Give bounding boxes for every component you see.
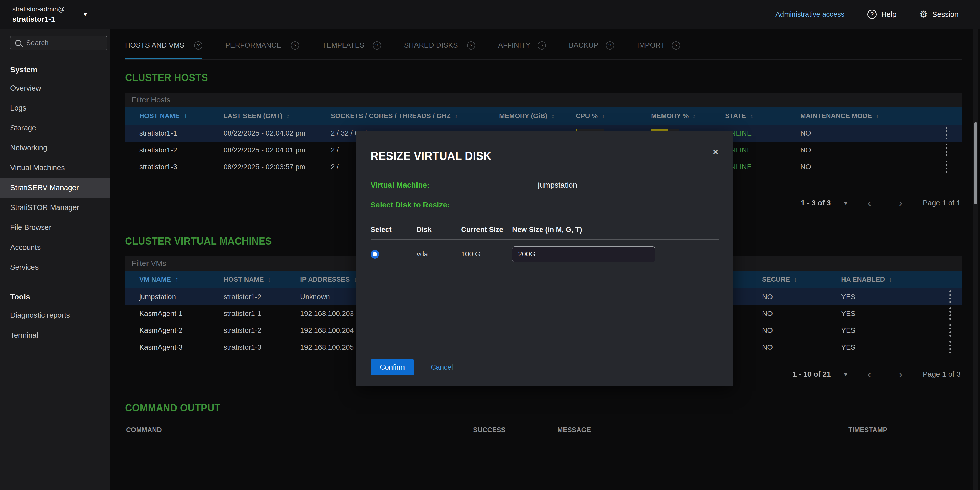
sidebar-item-stratiserv-manager[interactable]: StratiSERV Manager bbox=[0, 178, 110, 197]
column-new-size: New Size (in M, G, T) bbox=[512, 226, 719, 234]
page-size-dropdown-icon[interactable]: ▾ bbox=[844, 200, 847, 207]
kebab-menu-icon[interactable] bbox=[944, 125, 949, 141]
previous-page-icon[interactable]: ‹ bbox=[861, 369, 878, 380]
vertical-scrollbar[interactable] bbox=[974, 29, 978, 490]
disk-current-size: 100 G bbox=[461, 250, 512, 258]
sidebar-section-tools: Tools bbox=[10, 293, 110, 301]
sort-icon: ↕ bbox=[286, 113, 290, 120]
new-size-input[interactable] bbox=[512, 246, 655, 262]
session-label: Session bbox=[932, 10, 959, 19]
tab-hosts-and-vms[interactable]: HOSTS AND VMS ? bbox=[125, 41, 202, 59]
search-icon bbox=[15, 40, 21, 46]
sidebar-search[interactable] bbox=[10, 36, 107, 50]
sidebar-item-virtual-machines[interactable]: Virtual Machines bbox=[0, 158, 110, 178]
close-icon[interactable]: ✕ bbox=[712, 148, 719, 156]
command-output-title: COMMAND OUTPUT bbox=[125, 402, 878, 414]
sort-icon: ↕ bbox=[268, 276, 271, 283]
dialog-title: RESIZE VIRTUAL DISK bbox=[371, 149, 694, 163]
vm-secure: NO bbox=[762, 326, 841, 334]
sidebar-item-services[interactable]: Services bbox=[0, 257, 110, 277]
column-maintenance-mode[interactable]: MAINTENANCE MODE↕ bbox=[800, 112, 931, 120]
column-last-seen[interactable]: LAST SEEN (GMT)↕ bbox=[224, 112, 331, 120]
help-menu[interactable]: ? Help bbox=[867, 10, 897, 19]
scrollbar-thumb[interactable] bbox=[974, 123, 977, 204]
tab-import[interactable]: IMPORT ? bbox=[637, 41, 680, 59]
tab-shared-disks[interactable]: SHARED DISKS ? bbox=[404, 41, 475, 59]
cluster-hosts-title: CLUSTER HOSTS bbox=[125, 72, 878, 84]
sidebar-item-logs[interactable]: Logs bbox=[0, 98, 110, 118]
column-message: MESSAGE bbox=[557, 426, 848, 434]
kebab-menu-icon[interactable] bbox=[944, 159, 949, 175]
tab-help-icon[interactable]: ? bbox=[467, 41, 475, 49]
sort-icon: ↕ bbox=[602, 113, 605, 120]
tab-backup[interactable]: BACKUP ? bbox=[569, 41, 614, 59]
confirm-button[interactable]: Confirm bbox=[371, 360, 414, 375]
vm-ha: YES bbox=[841, 326, 938, 334]
column-memory-gib[interactable]: MEMORY (GiB)↕ bbox=[499, 112, 576, 120]
virtual-machine-label: Virtual Machine: bbox=[371, 181, 538, 189]
kebab-menu-icon[interactable] bbox=[948, 339, 953, 355]
column-ha-enabled[interactable]: HA ENABLED↕ bbox=[841, 275, 938, 283]
tab-help-icon[interactable]: ? bbox=[373, 41, 381, 49]
column-sockets[interactable]: SOCKETS / CORES / THREADS / GHZ↕ bbox=[331, 112, 499, 120]
maintenance-mode: NO bbox=[800, 163, 931, 171]
tab-help-icon[interactable]: ? bbox=[538, 41, 546, 49]
sidebar-item-stratistor-manager[interactable]: StratiSTOR Manager bbox=[0, 197, 110, 218]
tab-templates[interactable]: TEMPLATES ? bbox=[322, 41, 381, 59]
user-menu[interactable]: stratistor-admin@ stratistor1-1 ▼ bbox=[12, 5, 88, 24]
disk-name: vda bbox=[417, 250, 461, 258]
tab-help-icon[interactable]: ? bbox=[606, 41, 614, 49]
previous-page-icon[interactable]: ‹ bbox=[861, 198, 878, 208]
tab-help-icon[interactable]: ? bbox=[672, 41, 680, 49]
kebab-menu-icon[interactable] bbox=[948, 289, 953, 304]
sidebar-item-diagnostic-reports[interactable]: Diagnostic reports bbox=[0, 305, 110, 325]
kebab-menu-icon[interactable] bbox=[948, 306, 953, 321]
tab-help-icon[interactable]: ? bbox=[194, 41, 202, 49]
next-page-icon[interactable]: › bbox=[892, 369, 910, 380]
column-vm-name[interactable]: VM NAME↑ bbox=[139, 275, 224, 283]
kebab-menu-icon[interactable] bbox=[944, 142, 949, 158]
sidebar-item-file-browser[interactable]: File Browser bbox=[0, 218, 110, 237]
maintenance-mode: NO bbox=[800, 146, 931, 154]
sidebar-item-accounts[interactable]: Accounts bbox=[0, 237, 110, 257]
hosts-range: 1 - 3 of 3 bbox=[801, 199, 831, 207]
topbar: stratistor-admin@ stratistor1-1 ▼ Admini… bbox=[0, 0, 980, 29]
column-disk: Disk bbox=[417, 226, 461, 234]
column-vm-host-name[interactable]: HOST NAME↕ bbox=[224, 275, 300, 283]
column-select: Select bbox=[371, 226, 417, 234]
host-state: ONLINE bbox=[725, 146, 800, 154]
sidebar-item-storage[interactable]: Storage bbox=[0, 118, 110, 138]
tab-help-icon[interactable]: ? bbox=[291, 41, 299, 49]
gear-icon: ⚙ bbox=[920, 10, 928, 19]
vm-secure: NO bbox=[762, 293, 841, 301]
sidebar-item-terminal[interactable]: Terminal bbox=[0, 325, 110, 345]
sidebar-item-overview[interactable]: Overview bbox=[0, 78, 110, 98]
vm-ha: YES bbox=[841, 293, 938, 301]
search-input[interactable] bbox=[25, 38, 102, 47]
maintenance-mode: NO bbox=[800, 129, 931, 137]
tab-performance[interactable]: PERFORMANCE ? bbox=[225, 41, 299, 59]
sort-ascending-icon: ↑ bbox=[175, 275, 179, 283]
kebab-menu-icon[interactable] bbox=[948, 323, 953, 338]
session-menu[interactable]: ⚙ Session bbox=[920, 10, 959, 19]
column-state[interactable]: STATE↕ bbox=[725, 112, 800, 120]
administrative-access-link[interactable]: Administrative access bbox=[775, 10, 845, 18]
disk-select-radio[interactable] bbox=[371, 250, 379, 259]
column-secure[interactable]: SECURE↕ bbox=[762, 275, 841, 283]
column-timestamp: TIMESTAMP bbox=[848, 426, 962, 434]
column-cpu-pct[interactable]: CPU %↕ bbox=[576, 112, 651, 120]
cancel-button[interactable]: Cancel bbox=[431, 363, 453, 371]
column-success: SUCCESS bbox=[473, 426, 557, 434]
topbar-actions: Administrative access ? Help ⚙ Session bbox=[775, 10, 959, 19]
column-host-name[interactable]: HOST NAME↑ bbox=[139, 112, 224, 120]
sidebar-item-networking[interactable]: Networking bbox=[0, 138, 110, 158]
column-memory-pct[interactable]: MEMORY %↕ bbox=[651, 112, 725, 120]
filter-hosts-input[interactable] bbox=[125, 93, 962, 107]
disk-row: vda 100 G bbox=[371, 246, 719, 262]
sort-ascending-icon: ↑ bbox=[184, 112, 187, 120]
vm-secure: NO bbox=[762, 310, 841, 318]
next-page-icon[interactable]: › bbox=[892, 198, 910, 208]
tab-affinity[interactable]: AFFINITY ? bbox=[498, 41, 546, 59]
page-size-dropdown-icon[interactable]: ▾ bbox=[844, 371, 847, 378]
sort-icon: ↕ bbox=[889, 276, 892, 283]
